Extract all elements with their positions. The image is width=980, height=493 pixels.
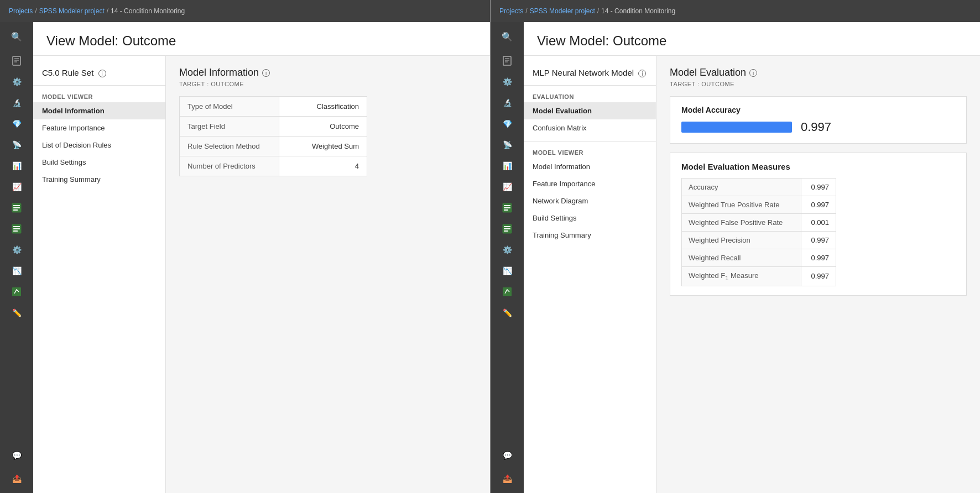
nav-icon-5-right[interactable]: 📡 [497,135,517,155]
nav-icon-11-right[interactable]: 📉 [497,261,517,281]
svg-rect-12 [12,287,21,296]
nav-icon-10-left[interactable]: ⚙️ [7,240,27,260]
nav-network-diagram-right[interactable]: Network Diagram [524,192,656,209]
svg-rect-0 [13,56,20,65]
nav-icon-9-right[interactable] [497,219,517,239]
model-title-left: C5.0 Rule Set i [42,68,157,77]
svg-rect-6 [13,207,20,208]
section-info-icon-left[interactable]: i [262,69,270,77]
nav-build-settings-left[interactable]: Build Settings [33,154,165,171]
model-viewer-label-left: MODEL VIEWER [33,88,165,102]
nav-icon-bottom-1-left[interactable]: 💬 [7,445,27,465]
nav-training-summary-right[interactable]: Training Summary [524,227,656,244]
table-row: Accuracy 0.997 [682,179,836,196]
search-icon-right[interactable]: 🔍 [497,27,517,46]
accuracy-label: Model Accuracy [681,106,955,114]
nav-icon-13-left[interactable]: ✏️ [7,303,27,323]
breadcrumb-right: Projects / SPSS Modeler project / 14 - C… [499,7,675,15]
nav-icon-bottom-2-left[interactable]: 📤 [7,469,27,489]
table-row: Weighted True Positive Rate 0.997 [682,196,836,214]
nav-decision-rules-left[interactable]: List of Decision Rules [33,137,165,154]
nav-icon-12-left[interactable] [7,282,27,302]
nav-icon-4-right[interactable]: 💎 [497,114,517,134]
svg-rect-5 [13,205,20,206]
panel-title-right: View Model: Outcome [537,33,967,49]
nav-training-summary-left[interactable]: Training Summary [33,171,165,188]
svg-rect-9 [13,226,20,227]
table-row: Number of Predictors 4 [180,156,367,176]
model-viewer-label-right: MODEL VIEWER [524,146,656,158]
eval-section-label-right: EVALUATION [524,88,656,102]
svg-rect-18 [504,205,510,206]
svg-rect-13 [503,56,511,65]
table-row: Type of Model Classification [180,97,367,117]
table-row: Rule Selection Method Weighted Sum [180,137,367,156]
accuracy-bar [681,122,792,133]
breadcrumb-spss-left[interactable]: SPSS Modeler project [39,7,105,15]
nav-icon-4-left[interactable]: 💎 [7,114,27,134]
nav-icon-5-left[interactable]: 📡 [7,135,27,155]
svg-rect-23 [504,228,510,229]
nav-icon-6-right[interactable]: 📊 [497,156,517,176]
table-row: Weighted Precision 0.997 [682,232,836,249]
table-row: Target Field Outcome [180,117,367,137]
svg-rect-25 [503,287,512,296]
svg-rect-20 [504,209,508,211]
model-info-icon-right[interactable]: i [638,70,646,77]
svg-rect-19 [504,207,510,208]
nav-build-settings-right[interactable]: Build Settings [524,209,656,227]
nav-confusion-matrix-right[interactable]: Confusion Matrix [524,119,656,137]
table-row: Weighted Recall 0.997 [682,249,836,267]
nav-icon-6-left[interactable]: 📊 [7,156,27,176]
nav-feature-importance-right[interactable]: Feature Importance [524,175,656,192]
nav-model-information-right[interactable]: Model Information [524,158,656,175]
main-section-title-right: Model Evaluation [670,67,746,78]
nav-icon-9-left[interactable] [7,219,27,239]
measures-section: Model Evaluation Measures Accuracy 0.997… [670,153,967,296]
nav-model-evaluation-right[interactable]: Model Evaluation [524,102,656,119]
accuracy-value: 0.997 [801,120,831,134]
breadcrumb-projects-left[interactable]: Projects [9,7,33,15]
table-row: Weighted False Positive Rate 0.001 [682,214,836,232]
nav-icon-bottom-1-right[interactable]: 💬 [497,445,517,465]
nav-icon-1-left[interactable] [7,51,27,71]
nav-icon-3-right[interactable]: 🔬 [497,93,517,113]
model-title-right: MLP Neural Network Model i [533,68,647,77]
nav-model-information-left[interactable]: Model Information [33,102,165,119]
measures-table: Accuracy 0.997 Weighted True Positive Ra… [681,178,836,286]
svg-rect-24 [504,230,508,232]
nav-icon-12-right[interactable] [497,282,517,302]
breadcrumb-projects-right[interactable]: Projects [499,7,523,15]
breadcrumb-left: Projects / SPSS Modeler project / 14 - C… [9,7,185,15]
svg-rect-7 [13,209,18,211]
model-info-icon-left[interactable]: i [98,70,106,77]
breadcrumb-spss-right[interactable]: SPSS Modeler project [530,7,595,15]
svg-rect-10 [13,228,20,229]
nav-icon-11-left[interactable]: 📉 [7,261,27,281]
nav-icon-7-left[interactable]: 📈 [7,177,27,197]
accuracy-section: Model Accuracy 0.997 [670,96,967,144]
nav-icon-2-right[interactable]: ⚙️ [497,72,517,92]
nav-icon-1-right[interactable] [497,51,517,71]
svg-rect-11 [13,230,18,232]
breadcrumb-condition-right: 14 - Condition Monitoring [601,7,675,15]
main-section-title-left: Model Information [179,67,259,78]
section-subtitle-left: TARGET : OUTCOME [179,81,477,87]
nav-icon-bottom-2-right[interactable]: 📤 [497,469,517,489]
nav-icon-7-right[interactable]: 📈 [497,177,517,197]
panel-title-left: View Model: Outcome [46,33,477,49]
search-icon-left[interactable]: 🔍 [7,27,27,46]
table-row: Weighted F1 Measure 0.997 [682,267,836,286]
nav-icon-3-left[interactable]: 🔬 [7,93,27,113]
section-info-icon-right[interactable]: i [749,69,757,77]
model-info-table-left: Type of Model Classification Target Fiel… [179,96,367,176]
measures-title: Model Evaluation Measures [681,162,955,171]
nav-icon-8-left[interactable] [7,198,27,218]
breadcrumb-condition-left: 14 - Condition Monitoring [111,7,185,15]
svg-rect-22 [504,226,510,227]
nav-icon-2-left[interactable]: ⚙️ [7,72,27,92]
nav-icon-13-right[interactable]: ✏️ [497,303,517,323]
nav-icon-8-right[interactable] [497,198,517,218]
nav-feature-importance-left[interactable]: Feature Importance [33,119,165,137]
nav-icon-10-right[interactable]: ⚙️ [497,240,517,260]
